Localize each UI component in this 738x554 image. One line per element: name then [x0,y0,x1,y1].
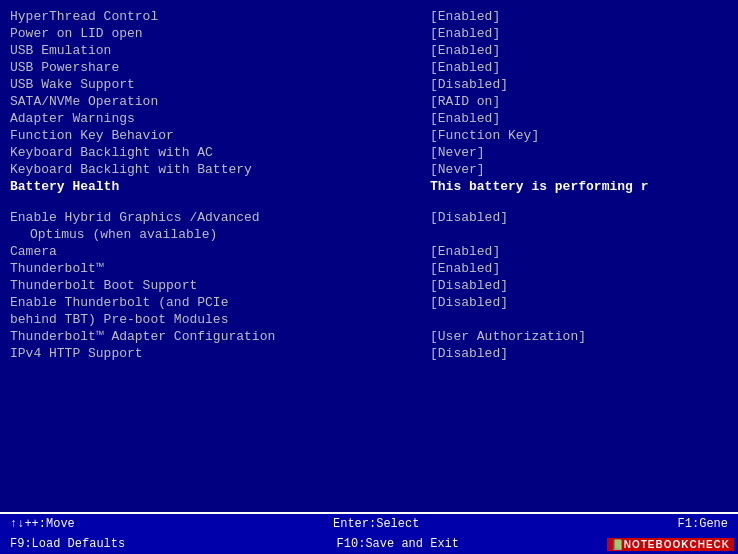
bios-label-optimus: Optimus (when available) [10,226,430,243]
footer-row-1: ↑↓++:Move Enter:Select F1:Gene [0,514,738,534]
bios-value-hybrid-graphics: [Disabled] [430,209,728,226]
bios-label-sata-nvme: SATA/NVMe Operation [10,93,430,110]
bios-label-usb-wake: USB Wake Support [10,76,430,93]
bios-value-thunderbolt: [Enabled] [430,260,728,277]
bios-value-thunderbolt-behind [430,311,728,328]
bios-value-adapter-warnings: [Enabled] [430,110,728,127]
bios-row-thunderbolt-enable[interactable]: Enable Thunderbolt (and PCIe[Disabled] [10,294,728,311]
watermark-text: 📗NOTEBOOKCHECK [607,538,734,551]
bios-row-sata-nvme[interactable]: SATA/NVMe Operation[RAID on] [10,93,728,110]
bios-row-thunderbolt-behind[interactable]: behind TBT) Pre-boot Modules [10,311,728,328]
bios-label-thunderbolt-adapter: Thunderbolt™ Adapter Configuration [10,328,430,345]
bios-row-thunderbolt-boot[interactable]: Thunderbolt Boot Support[Disabled] [10,277,728,294]
footer-enter: Enter:Select [333,517,419,531]
bios-label-hybrid-graphics: Enable Hybrid Graphics /Advanced [10,209,430,226]
bios-label-hyperthread: HyperThread Control [10,8,430,25]
bios-row-kb-backlight-battery[interactable]: Keyboard Backlight with Battery[Never] [10,161,728,178]
bios-label-adapter-warnings: Adapter Warnings [10,110,430,127]
bios-value-usb-powershare: [Enabled] [430,59,728,76]
bios-value-usb-wake: [Disabled] [430,76,728,93]
bios-row-adapter-warnings[interactable]: Adapter Warnings[Enabled] [10,110,728,127]
bios-label-function-key: Function Key Behavior [10,127,430,144]
bios-label-kb-backlight-ac: Keyboard Backlight with AC [10,144,430,161]
bios-row-kb-backlight-ac[interactable]: Keyboard Backlight with AC[Never] [10,144,728,161]
footer-f10: F10:Save and Exit [337,537,459,551]
bios-row-power-lid[interactable]: Power on LID open[Enabled] [10,25,728,42]
watermark: 📗NOTEBOOKCHECK [607,537,734,552]
bios-row-ipv4-http[interactable]: IPv4 HTTP Support[Disabled] [10,345,728,362]
bios-value-thunderbolt-adapter: [User Authorization] [430,328,728,345]
bios-label-kb-backlight-battery: Keyboard Backlight with Battery [10,161,430,178]
bios-value-ipv4-http: [Disabled] [430,345,728,362]
bios-row-thunderbolt-adapter[interactable]: Thunderbolt™ Adapter Configuration[User … [10,328,728,345]
bios-value-usb-emulation: [Enabled] [430,42,728,59]
bios-label-usb-powershare: USB Powershare [10,59,430,76]
bios-row-thunderbolt[interactable]: Thunderbolt™[Enabled] [10,260,728,277]
bios-value-camera: [Enabled] [430,243,728,260]
bios-value-optimus [430,226,728,243]
bios-value-sata-nvme: [RAID on] [430,93,728,110]
bios-row-usb-powershare[interactable]: USB Powershare[Enabled] [10,59,728,76]
bios-label-battery-health: Battery Health [10,178,430,195]
bios-label-power-lid: Power on LID open [10,25,430,42]
bios-label-thunderbolt-boot: Thunderbolt Boot Support [10,277,430,294]
footer-f9: F9:Load Defaults [10,537,125,551]
bios-label-usb-emulation: USB Emulation [10,42,430,59]
bios-label-ipv4-http: IPv4 HTTP Support [10,345,430,362]
bios-value-kb-backlight-battery: [Never] [430,161,728,178]
bios-value-thunderbolt-boot: [Disabled] [430,277,728,294]
bios-row-hybrid-graphics[interactable]: Enable Hybrid Graphics /Advanced[Disable… [10,209,728,226]
bios-label-thunderbolt: Thunderbolt™ [10,260,430,277]
bios-row-function-key[interactable]: Function Key Behavior[Function Key] [10,127,728,144]
bios-settings-table: HyperThread Control[Enabled]Power on LID… [10,8,728,362]
bios-row-battery-health[interactable]: Battery HealthThis battery is performing… [10,178,728,195]
bios-value-thunderbolt-enable: [Disabled] [430,294,728,311]
bios-value-battery-health: This battery is performing r [430,178,728,195]
bios-row-optimus[interactable]: Optimus (when available) [10,226,728,243]
bios-row-hyperthread[interactable]: HyperThread Control[Enabled] [10,8,728,25]
bios-label-thunderbolt-behind: behind TBT) Pre-boot Modules [10,311,430,328]
bios-value-power-lid: [Enabled] [430,25,728,42]
bios-value-function-key: [Function Key] [430,127,728,144]
bios-label-camera: Camera [10,243,430,260]
bios-row-usb-wake[interactable]: USB Wake Support[Disabled] [10,76,728,93]
bios-screen: HyperThread Control[Enabled]Power on LID… [0,0,738,554]
footer-move: ↑↓++:Move [10,517,75,531]
bios-label-thunderbolt-enable: Enable Thunderbolt (and PCIe [10,294,430,311]
bios-value-kb-backlight-ac: [Never] [430,144,728,161]
bios-row-camera[interactable]: Camera[Enabled] [10,243,728,260]
bios-value-hyperthread: [Enabled] [430,8,728,25]
footer-f1: F1:Gene [678,517,728,531]
bios-row-usb-emulation[interactable]: USB Emulation[Enabled] [10,42,728,59]
